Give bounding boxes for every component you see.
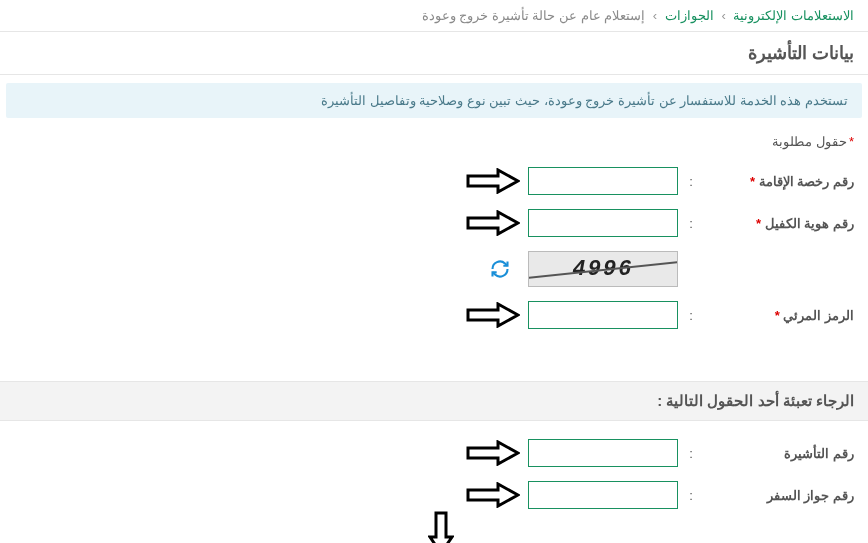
breadcrumb-current: إستعلام عام عن حالة تأشيرة خروج وعودة xyxy=(422,8,646,23)
row-captcha-image: 4996 xyxy=(14,251,854,287)
colon: : xyxy=(686,174,696,189)
info-bar: تستخدم هذه الخدمة للاستفسار عن تأشيرة خر… xyxy=(6,83,862,118)
arrow-right-icon xyxy=(466,302,520,328)
required-star-icon: * xyxy=(775,308,780,323)
label-sponsor: رقم هوية الكفيل * xyxy=(704,216,854,231)
visa-input[interactable] xyxy=(528,439,678,467)
colon: : xyxy=(686,488,696,503)
required-fields-note: *حقول مطلوبة xyxy=(0,126,868,163)
refresh-captcha-icon[interactable] xyxy=(488,257,512,281)
row-passport: رقم جواز السفر : xyxy=(14,481,854,509)
page-title: بيانات التأشيرة xyxy=(0,32,868,75)
row-iqama: رقم رخصة الإقامة * : xyxy=(14,167,854,195)
passport-input[interactable] xyxy=(528,481,678,509)
iqama-input[interactable] xyxy=(528,167,678,195)
arrow-right-icon xyxy=(466,440,520,466)
required-star-icon: * xyxy=(756,216,761,231)
captcha-input[interactable] xyxy=(528,301,678,329)
row-sponsor: رقم هوية الكفيل * : xyxy=(14,209,854,237)
arrow-right-icon xyxy=(466,168,520,194)
label-visa: رقم التأشيرة xyxy=(704,446,854,461)
colon: : xyxy=(686,446,696,461)
required-star-icon: * xyxy=(849,134,854,149)
required-star-icon: * xyxy=(750,174,755,189)
arrow-right-icon xyxy=(466,210,520,236)
breadcrumb-sep: › xyxy=(721,8,725,23)
arrow-down-icon xyxy=(428,511,454,543)
breadcrumb-sep: › xyxy=(653,8,657,23)
label-passport: رقم جواز السفر xyxy=(704,488,854,503)
arrow-right-icon xyxy=(466,482,520,508)
breadcrumb-link-passports[interactable]: الجوازات xyxy=(665,8,714,23)
colon xyxy=(686,262,696,277)
label-iqama: رقم رخصة الإقامة * xyxy=(704,174,854,189)
breadcrumb: الاستعلامات الإلكترونية › الجوازات › إست… xyxy=(0,0,868,32)
row-captcha-input: الرمز المرئي * : xyxy=(14,301,854,329)
sponsor-input[interactable] xyxy=(528,209,678,237)
colon: : xyxy=(686,308,696,323)
colon: : xyxy=(686,216,696,231)
label-captcha: الرمز المرئي * xyxy=(704,308,854,323)
form-optional: رقم التأشيرة : رقم جواز السفر : xyxy=(0,421,868,543)
sub-section-title: الرجاء تعبئة أحد الحقول التالية : xyxy=(0,381,868,421)
captcha-image: 4996 xyxy=(528,251,678,287)
form-required: رقم رخصة الإقامة * : رقم هوية الكفيل * : xyxy=(0,163,868,363)
breadcrumb-link-eservices[interactable]: الاستعلامات الإلكترونية xyxy=(733,8,854,23)
row-visa: رقم التأشيرة : xyxy=(14,439,854,467)
